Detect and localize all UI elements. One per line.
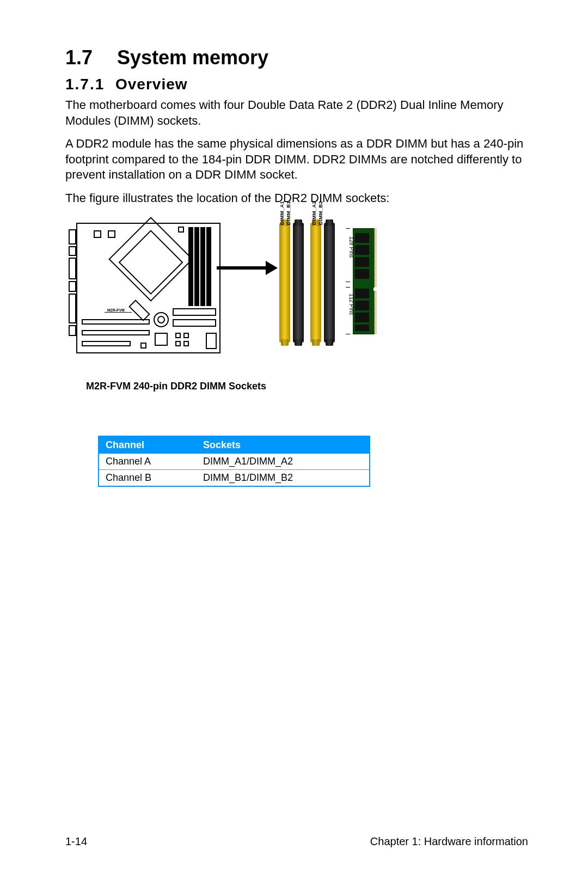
- dimm-socket-icon: [324, 223, 335, 343]
- table-row: Channel B DIMM_B1/DIMM_B2: [99, 469, 370, 486]
- figure-caption: M2R-FVM 240-pin DDR2 DIMM Sockets: [86, 381, 528, 392]
- dimm-slots-icon: [188, 227, 216, 306]
- table-header: Channel: [99, 436, 197, 454]
- ram-module-icon: [353, 228, 375, 334]
- dimm-label: DIMM_B1: [286, 201, 291, 225]
- pin-count-label: 112 Pins: [348, 294, 354, 315]
- table-header-row: Channel Sockets: [99, 436, 370, 454]
- io-edge-icon: [69, 229, 76, 346]
- paragraph: A DDR2 module has the same physical dime…: [65, 136, 528, 183]
- paragraph: The motherboard comes with four Double D…: [65, 97, 528, 129]
- table-row: Channel A DIMM_A1/DIMM_A2: [99, 454, 370, 470]
- table-cell: Channel A: [99, 454, 197, 470]
- section-number: 1.7: [65, 46, 117, 69]
- table-cell: Channel B: [99, 469, 197, 486]
- page-number: 1-14: [65, 835, 87, 848]
- section-heading: 1.7System memory: [65, 46, 528, 69]
- channel-socket-table: Channel Sockets Channel A DIMM_A1/DIMM_A…: [98, 436, 370, 487]
- section-title: System memory: [117, 46, 268, 69]
- arrow-head-icon: [266, 261, 278, 275]
- dimm-label: DIMM_B2: [318, 201, 323, 225]
- table-header: Sockets: [197, 436, 370, 454]
- dimm-socket-icon: [310, 223, 321, 343]
- pin-count-label: 128 Pins: [348, 236, 354, 258]
- arrow-icon: [217, 266, 268, 270]
- dimm-socket-icon: [293, 223, 304, 343]
- table-cell: DIMM_B1/DIMM_B2: [197, 469, 370, 486]
- page: 1.7System memory 1.7.1Overview The mothe…: [0, 0, 588, 886]
- dimm-location-figure: M2R-FVM DIMM_A1 DIMM_B1 DIMM_A2 DIMM_B2: [76, 223, 436, 375]
- chapter-label: Chapter 1: Hardware information: [370, 835, 528, 848]
- table-cell: DIMM_A1/DIMM_A2: [197, 454, 370, 470]
- page-footer: 1-14 Chapter 1: Hardware information: [65, 835, 528, 848]
- motherboard-schematic-icon: M2R-FVM: [76, 223, 220, 353]
- dimm-socket-icon: [279, 223, 290, 343]
- paragraph: The figure illustrates the location of t…: [65, 191, 528, 206]
- subsection-number: 1.7.1: [65, 76, 115, 93]
- dimm-label: DIMM_A2: [311, 201, 317, 225]
- dimm-label: DIMM_A1: [279, 201, 285, 225]
- subsection-title: Overview: [115, 76, 188, 93]
- subsection-heading: 1.7.1Overview: [65, 76, 528, 93]
- board-model-label: M2R-FVM: [107, 308, 125, 312]
